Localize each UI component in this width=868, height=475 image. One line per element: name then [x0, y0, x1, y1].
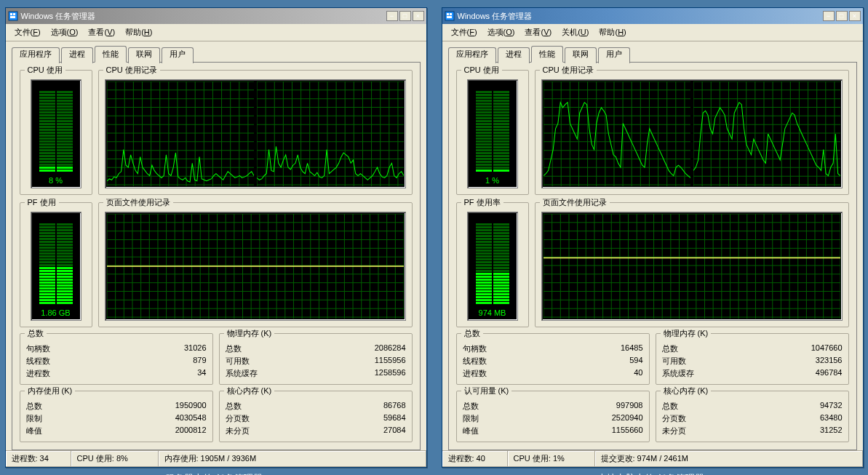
maximize-button[interactable]: □	[399, 11, 411, 21]
stat-label: 总数	[662, 343, 678, 354]
svg-rect-115	[447, 13, 449, 15]
tab[interactable]: 用户	[162, 47, 194, 63]
tab[interactable]: 性能	[95, 46, 127, 63]
status-memory: 提交更改: 974M / 2461M	[595, 451, 863, 467]
menu-item[interactable]: 文件(F)	[10, 25, 45, 39]
pf-usage-box: PF 使用率974 MB	[456, 202, 529, 327]
task-manager-window: Windows 任务管理器 − □ × 文件(F)选项(O)查看(V)帮助(H)…	[5, 7, 427, 468]
tab[interactable]: 进程	[498, 47, 530, 63]
pf-usage-legend: PF 使用率	[461, 197, 503, 208]
stat-label: 未分页	[662, 426, 686, 436]
stat-row: 句柄数31026	[26, 343, 207, 355]
maximize-button[interactable]: □	[836, 11, 848, 21]
svg-rect-116	[450, 13, 452, 15]
stat-group-phys: 物理内存 (K)总数2086284可用数1155956系统缓存1258596	[219, 333, 413, 385]
stat-label: 句柄数	[463, 343, 487, 354]
stat-label: 可用数	[226, 356, 250, 367]
close-button[interactable]: ×	[849, 11, 861, 21]
statusbar: 进程数: 34 CPU 使用: 8% 内存使用: 1905M / 3936M	[6, 450, 426, 467]
stat-value: 496784	[816, 368, 843, 379]
stat-row: 总数1950900	[26, 400, 207, 412]
cpu-usage-box: CPU 使用1 %	[456, 70, 529, 195]
stat-value: 31026	[184, 343, 207, 354]
stat-value: 997908	[616, 401, 643, 412]
menu-item[interactable]: 关机(U)	[557, 25, 593, 39]
stat-row: 总数86768	[226, 400, 406, 412]
stat-row: 总数94732	[662, 400, 843, 412]
menu-item[interactable]: 帮助(H)	[594, 25, 630, 39]
performance-panel: CPU 使用1 %CPU 使用记录PF 使用率974 MB页面文件使用记录总数句…	[448, 62, 857, 450]
menu-item[interactable]: 选项(O)	[483, 25, 519, 39]
stat-row: 总数1047660	[662, 343, 843, 355]
stat-legend: 核心内存 (K)	[224, 386, 275, 396]
stat-label: 进程数	[26, 368, 50, 379]
usage-meter: 1.86 GB	[31, 212, 81, 321]
cpu-history-legend: CPU 使用记录	[103, 65, 160, 76]
task-manager-window: Windows 任务管理器 − □ × 文件(F)选项(O)查看(V)关机(U)…	[442, 7, 864, 468]
status-processes: 进程数: 34	[6, 451, 71, 467]
titlebar[interactable]: Windows 任务管理器 − □ ×	[442, 8, 863, 24]
window-caption: 服务器上的“任务管理器”	[165, 472, 266, 475]
minimize-button[interactable]: −	[386, 11, 398, 21]
pf-history-legend: 页面文件使用记录	[540, 197, 610, 208]
stat-group-commit: 认可用量 (K)总数997908限制2520940峰值1155660	[456, 391, 650, 442]
stat-value: 94732	[820, 401, 843, 412]
app-icon	[445, 11, 455, 21]
status-cpu: CPU 使用: 1%	[508, 451, 595, 467]
stat-row: 系统缓存1258596	[226, 367, 406, 380]
menu-item[interactable]: 文件(F)	[447, 25, 482, 39]
stat-row: 峰值2000812	[26, 425, 207, 437]
stat-value: 2086284	[375, 343, 406, 354]
stat-value: 879	[193, 356, 206, 367]
titlebar[interactable]: Windows 任务管理器 − □ ×	[6, 8, 426, 24]
stat-row: 总数997908	[463, 400, 643, 412]
pf-usage-box: PF 使用1.86 GB	[20, 202, 92, 327]
cpu-history-graph	[257, 81, 404, 186]
cpu-history-box: CPU 使用记录	[535, 70, 849, 195]
stat-row: 可用数323156	[662, 355, 843, 367]
usage-meter: 8 %	[31, 79, 81, 188]
stat-label: 峰值	[26, 426, 42, 436]
stat-value: 1155956	[375, 356, 406, 367]
stat-value: 4030548	[175, 413, 207, 424]
stat-value: 1047660	[811, 343, 843, 354]
stat-label: 限制	[26, 413, 42, 424]
stat-value: 1950900	[175, 401, 207, 412]
stat-group-kernel: 核心内存 (K)总数94732分页数63480未分页31252	[656, 391, 849, 442]
stat-legend: 总数	[25, 328, 47, 339]
tab[interactable]: 进程	[61, 47, 93, 63]
stat-value: 59684	[383, 413, 406, 424]
menu-item[interactable]: 查看(V)	[520, 25, 556, 39]
stat-label: 分页数	[662, 413, 686, 424]
stat-group-commit: 内存使用 (K)总数1950900限制4030548峰值2000812	[20, 391, 213, 442]
menu-item[interactable]: 查看(V)	[84, 25, 119, 39]
window-caption: 本地电脑上的“任务管理器”	[597, 472, 708, 475]
tab[interactable]: 联网	[128, 47, 160, 63]
tab[interactable]: 应用程序	[448, 47, 496, 63]
performance-panel: CPU 使用8 %CPU 使用记录PF 使用1.86 GB页面文件使用记录总数句…	[12, 62, 421, 450]
tab[interactable]: 联网	[565, 47, 597, 63]
stat-label: 总数	[226, 343, 242, 354]
status-memory: 内存使用: 1905M / 3936M	[159, 451, 426, 467]
usage-meter: 1 %	[467, 79, 518, 188]
stat-group-phys: 物理内存 (K)总数1047660可用数323156系统缓存496784	[656, 333, 849, 385]
stat-label: 系统缓存	[226, 368, 258, 379]
app-icon	[8, 11, 18, 21]
stat-value: 1258596	[375, 368, 406, 379]
tab[interactable]: 应用程序	[12, 47, 60, 63]
usage-meter: 974 MB	[467, 212, 518, 321]
tabs: 应用程序进程性能联网用户	[12, 46, 421, 62]
tab[interactable]: 用户	[598, 47, 630, 63]
minimize-button[interactable]: −	[823, 11, 835, 21]
svg-rect-2	[13, 13, 15, 15]
stat-legend: 认可用量 (K)	[461, 386, 512, 396]
svg-rect-3	[10, 16, 15, 18]
meter-value: 974 MB	[479, 308, 506, 317]
stat-row: 进程数34	[26, 367, 207, 380]
close-button[interactable]: ×	[413, 11, 424, 21]
pf-history-box: 页面文件使用记录	[535, 202, 849, 327]
stat-legend: 物理内存 (K)	[661, 328, 712, 339]
menu-item[interactable]: 选项(O)	[47, 25, 83, 39]
tab[interactable]: 性能	[531, 46, 563, 63]
menu-item[interactable]: 帮助(H)	[121, 25, 156, 39]
